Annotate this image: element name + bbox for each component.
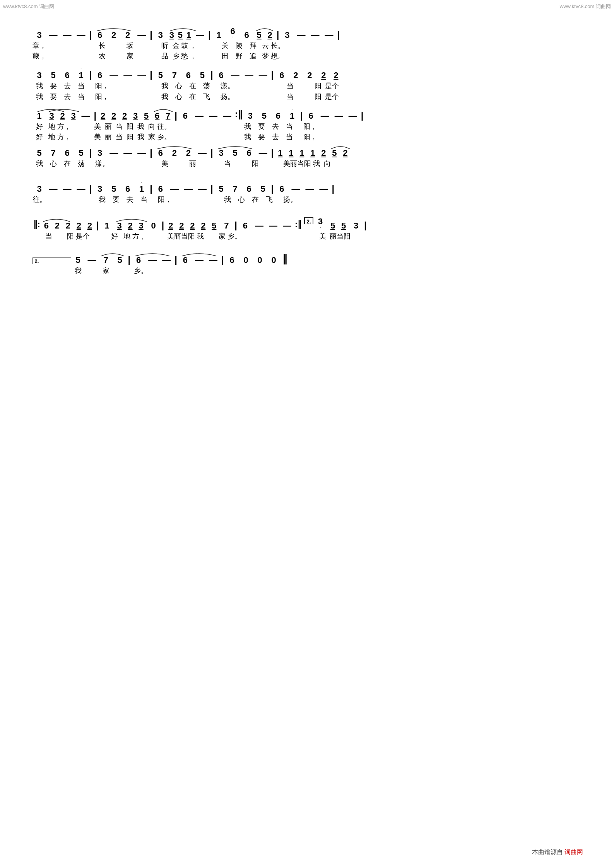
note: 3 bbox=[168, 31, 176, 39]
notation-row-5: 3 — — — | 3 5 6 · 1 | 6 — — — | 5 7 6 5 … bbox=[32, 181, 582, 193]
note: — bbox=[294, 31, 308, 39]
note: 6 bbox=[275, 71, 289, 80]
watermark-left: www.ktvc8.com 词曲网 bbox=[3, 3, 54, 10]
lyrics-row-1b: 藏， 农 家 品 乡 愁 ， 田 野 追 梦 想。 bbox=[32, 51, 582, 61]
score-row-6: ‖: 6 2 2 2 2 | 1 3 2 3 bbox=[32, 217, 582, 242]
lyric-char: 追 bbox=[246, 51, 260, 61]
note: — bbox=[193, 31, 207, 39]
arc-323: 3 2 3 bbox=[46, 112, 79, 120]
notation-row-3: 1 3 2 3 — | 2 2 2 3 5 bbox=[32, 108, 582, 120]
arc-67: 6 7 bbox=[152, 112, 173, 120]
note: — bbox=[322, 31, 336, 39]
lyrics-row-4a: 我心在荡 漾。 美丽 当阳 美丽当阳我向 bbox=[32, 159, 582, 169]
lyrics-row-2b: 我要去当 阳， 我心在飞 扬。 当阳是个 bbox=[32, 92, 582, 102]
lyric-char: 田 bbox=[218, 51, 232, 61]
lyric-char: 听 bbox=[158, 41, 172, 51]
footer-text: 本曲谱源自 bbox=[532, 849, 563, 855]
note: — bbox=[256, 71, 270, 80]
note: — bbox=[60, 31, 74, 39]
lyric-char: 陵 bbox=[232, 41, 246, 51]
lyric-char: 长。 bbox=[271, 41, 285, 51]
note: 2 bbox=[265, 31, 275, 39]
note: 3 bbox=[280, 31, 294, 39]
barline: | bbox=[149, 30, 154, 39]
arc-group-52: 5 2 bbox=[254, 31, 275, 39]
lyric-char: 藏， bbox=[32, 51, 46, 61]
note: — bbox=[308, 31, 322, 39]
lyrics-row-1a: 章， 长 坂 听 金 鼓 ， 关 陵 拜 云 长。 bbox=[32, 41, 582, 51]
note: 7 bbox=[168, 71, 181, 80]
note: 3 bbox=[154, 31, 168, 39]
lyric-char: 金 bbox=[172, 41, 180, 51]
score-row-7: 2. 5 — 7 5 | 6 — — | bbox=[32, 254, 582, 276]
footer-link[interactable]: 词曲网 bbox=[564, 849, 583, 855]
barline: | bbox=[209, 70, 214, 80]
lyrics-row-6a: 当阳 是个 好地方， 美丽当阳我家 乡。 美丽当阳 bbox=[32, 232, 582, 241]
notation-row-7: 2. 5 — 7 5 | 6 — — | bbox=[32, 254, 582, 264]
lyric-char: 云 bbox=[260, 41, 271, 51]
note: 6 bbox=[93, 31, 107, 39]
note: 1 bbox=[32, 112, 46, 120]
note: — bbox=[135, 31, 149, 39]
note: — bbox=[228, 71, 242, 80]
barline: | bbox=[88, 30, 93, 39]
note: 2 bbox=[303, 71, 316, 80]
note: — bbox=[74, 31, 88, 39]
score-row-5: 3 — — — | 3 5 6 · 1 | 6 — — — | 5 7 6 5 … bbox=[32, 181, 582, 205]
note: — bbox=[121, 71, 135, 80]
lyric-char: ， bbox=[189, 41, 197, 51]
lyric-char: 想。 bbox=[271, 51, 285, 61]
lyrics-row-7a: 我 家 乡。 bbox=[32, 266, 582, 276]
note: 5 bbox=[154, 71, 168, 80]
watermark-right: www.ktvc8.com 词曲网 bbox=[560, 3, 611, 10]
lyrics-row-5a: 往。 我要去当 阳， 我心在飞 扬。 bbox=[32, 195, 582, 205]
lyric-char: 家 bbox=[123, 51, 137, 61]
barline: | bbox=[149, 70, 154, 80]
note: 6 bbox=[60, 71, 74, 80]
note: 2 bbox=[289, 71, 303, 80]
notation-row-4: 5 7 6 5 | 3 — — — | 6 2 2 — | bbox=[32, 148, 582, 157]
lyrics-row-2a: 我要去当 阳， 我心在荡 漾。 当阳是个 bbox=[32, 81, 582, 91]
lyric-char: 长 bbox=[95, 41, 109, 51]
arc-group: 3 5 1 bbox=[168, 31, 193, 39]
barline: | bbox=[207, 30, 212, 39]
note: 2 bbox=[330, 71, 341, 80]
note: 3 bbox=[32, 71, 46, 80]
notation-row-6: ‖: 6 2 2 2 2 | 1 3 2 3 bbox=[32, 217, 582, 230]
lyric-char: 关 bbox=[218, 41, 232, 51]
note: 5 bbox=[254, 31, 265, 39]
score-row-2: 3 5 6 · 1 | 6 — — — | 5 7 6 5 | 6 — — — … bbox=[32, 67, 582, 101]
lyric-char: 梦 bbox=[260, 51, 271, 61]
lyric-char: 品 bbox=[158, 51, 172, 61]
note: 5 bbox=[195, 71, 209, 80]
lyric-char: ， bbox=[189, 51, 197, 61]
barline: | bbox=[88, 70, 93, 80]
score-row-1: 3 — — — | 6 2 2 — | 3 bbox=[32, 23, 582, 61]
barline: | bbox=[275, 30, 280, 39]
note: — bbox=[46, 31, 60, 39]
note: 1 bbox=[212, 31, 226, 39]
lyric-char: 农 bbox=[95, 51, 109, 61]
notation-row-1: 3 — — — | 6 2 2 — | 3 bbox=[32, 23, 582, 39]
note: · 6 · bbox=[226, 23, 240, 39]
note: 6 bbox=[181, 71, 195, 80]
lyric-char: 愁 bbox=[180, 51, 189, 61]
footer: 本曲谱源自 词曲网 bbox=[532, 848, 583, 856]
note: — bbox=[107, 71, 121, 80]
note: — bbox=[135, 71, 149, 80]
note: 6 bbox=[214, 71, 228, 80]
score-row-3: 1 3 2 3 — | 2 2 2 3 5 bbox=[32, 108, 582, 142]
note: 3 bbox=[32, 31, 46, 39]
note: 2 bbox=[107, 31, 121, 39]
lyrics-row-3a: 好地方， 美丽当阳我 向往。 我要去当 阳， bbox=[32, 122, 582, 131]
note: · 1 bbox=[74, 67, 88, 80]
barline: | bbox=[270, 70, 275, 80]
note: 5 bbox=[46, 71, 60, 80]
lyrics-row-3b: 好地方， 美丽当阳我 家乡。 我要去当 阳， bbox=[32, 132, 582, 142]
lyric-char: 章， bbox=[32, 41, 46, 51]
note: — bbox=[242, 71, 256, 80]
notation-row-2: 3 5 6 · 1 | 6 — — — | 5 7 6 5 | 6 — — — … bbox=[32, 67, 582, 80]
lyric-char: 乡 bbox=[172, 51, 180, 61]
lyric-char: 拜 bbox=[246, 41, 260, 51]
arc-group: 6 2 2 bbox=[93, 31, 135, 39]
